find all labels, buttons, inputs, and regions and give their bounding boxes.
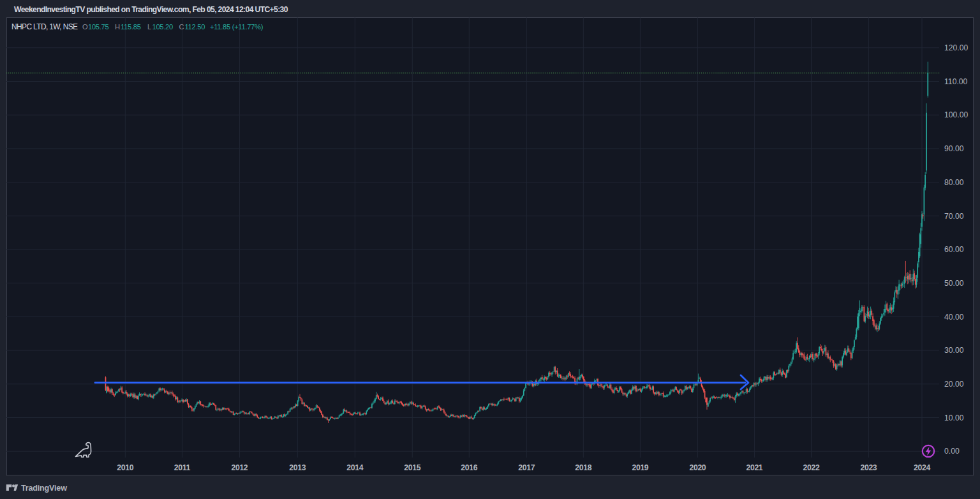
svg-text:80.00: 80.00 (944, 178, 964, 187)
svg-text:O: O (82, 23, 88, 31)
svg-text:2023: 2023 (860, 463, 877, 472)
svg-text:2022: 2022 (803, 463, 820, 472)
svg-text:2020: 2020 (689, 463, 706, 472)
svg-text:2011: 2011 (174, 463, 191, 472)
svg-text:120.00: 120.00 (944, 43, 968, 52)
svg-text:110.00: 110.00 (944, 77, 968, 86)
svg-text:+11.85 (+11.77%): +11.85 (+11.77%) (210, 23, 264, 31)
svg-text:2010: 2010 (117, 463, 133, 472)
svg-text:20.00: 20.00 (944, 380, 964, 389)
svg-text:105.20: 105.20 (152, 23, 173, 31)
svg-text:30.00: 30.00 (944, 346, 964, 355)
svg-text:2017: 2017 (518, 463, 535, 472)
svg-text:2019: 2019 (632, 463, 648, 472)
svg-text:100.00: 100.00 (944, 110, 968, 119)
svg-text:C: C (179, 23, 184, 31)
svg-text:2024: 2024 (914, 463, 930, 472)
svg-text:2021: 2021 (746, 463, 762, 472)
svg-text:2014: 2014 (346, 463, 363, 472)
svg-text:L: L (147, 23, 151, 31)
svg-text:70.00: 70.00 (944, 212, 964, 221)
svg-text:10.00: 10.00 (944, 413, 964, 422)
svg-text:TradingView: TradingView (21, 484, 67, 493)
svg-text:WeekendInvestingTV published o: WeekendInvestingTV published on TradingV… (14, 5, 288, 14)
svg-text:60.00: 60.00 (944, 245, 964, 254)
svg-text:NHPC LTD, 1W, NSE: NHPC LTD, 1W, NSE (11, 22, 78, 31)
svg-text:2018: 2018 (575, 463, 591, 472)
svg-text:2016: 2016 (461, 463, 477, 472)
svg-text:0.00: 0.00 (944, 447, 960, 456)
svg-text:2013: 2013 (289, 463, 306, 472)
svg-text:2012: 2012 (231, 463, 248, 472)
svg-text:40.00: 40.00 (944, 313, 964, 322)
svg-text:112.50: 112.50 (185, 23, 205, 31)
svg-text:115.85: 115.85 (121, 23, 141, 31)
svg-text:H: H (115, 23, 120, 31)
svg-text:2015: 2015 (404, 463, 420, 472)
svg-text:105.75: 105.75 (88, 23, 108, 31)
svg-text:50.00: 50.00 (944, 279, 964, 288)
svg-text:90.00: 90.00 (944, 144, 964, 153)
